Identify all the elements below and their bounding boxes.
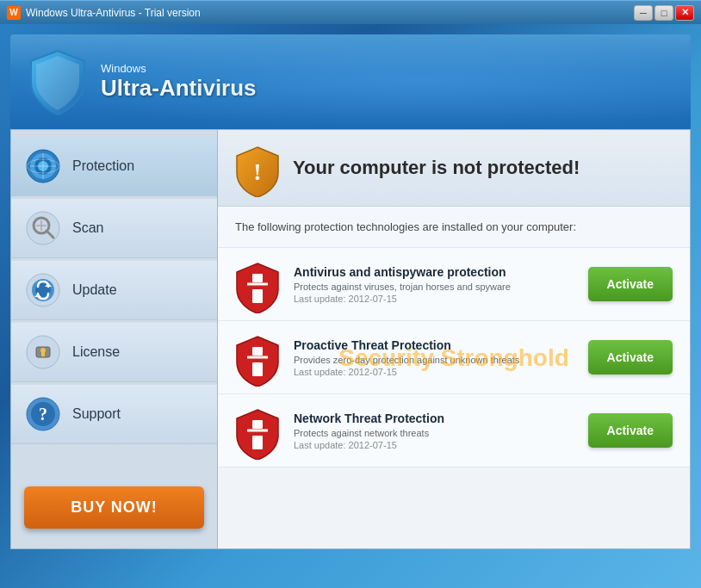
support-icon: ? [24,395,62,433]
svg-text:!: ! [253,158,261,185]
activate-proactive-button[interactable]: Activate [588,340,673,374]
proactive-info: Proactive Threat Protection Provides zer… [294,338,588,377]
title-bar: W Windows Ultra-Antivirus - Trial versio… [0,0,701,24]
activate-antivirus-button[interactable]: Activate [588,267,673,301]
nav-item-update[interactable]: Update [11,261,217,320]
proactive-desc: Provides zero-day protection against unk… [294,355,588,365]
alert-shield-icon: ! [235,145,280,190]
svg-text:?: ? [39,405,47,424]
svg-rect-28 [252,347,263,356]
update-icon [24,271,62,309]
security-item-proactive: Proactive Threat Protection Provides zer… [218,321,690,394]
proactive-shield-icon [235,335,280,380]
maximize-button[interactable]: □ [654,5,673,21]
title-bar-buttons: ─ □ ✕ [634,5,694,21]
security-items-container: Security Stronghold Antivirus and antisp… [218,248,690,467]
protection-icon [24,147,62,185]
scan-label: Scan [72,220,103,236]
svg-rect-33 [252,436,263,449]
header-area: Windows Ultra-Antivirus [10,34,691,129]
security-item-network: Network Threat Protection Protects again… [218,394,690,467]
network-shield-icon [235,408,280,453]
license-label: License [72,344,120,360]
main-window: Windows Ultra-Antivirus [0,24,701,588]
antivirus-desc: Protects against viruses, trojan horses … [294,282,588,292]
alert-title: Your computer is not protected! [293,157,580,179]
nav-item-license[interactable]: License [11,323,217,382]
logo-antivirus: Ultra-Antivirus [101,75,257,102]
nav-item-scan[interactable]: Scan [11,199,217,258]
buy-btn-area: BUY NOW! [11,473,217,542]
sidebar: Protection Scan [11,130,218,548]
buy-now-button[interactable]: BUY NOW! [24,486,204,529]
svg-rect-31 [252,420,263,429]
support-label: Support [72,406,121,422]
nav-item-protection[interactable]: Protection [11,137,217,196]
antivirus-info: Antivirus and antispyware protection Pro… [294,265,588,304]
logo-windows: Windows [101,62,257,75]
svg-rect-27 [252,289,263,303]
protection-label: Protection [72,158,134,174]
antivirus-name: Antivirus and antispyware protection [294,265,588,279]
antivirus-update: Last update: 2012-07-15 [294,294,588,304]
security-item-antivirus: Antivirus and antispyware protection Pro… [218,248,690,321]
network-name: Network Threat Protection [294,412,588,425]
svg-rect-30 [252,362,263,376]
network-desc: Protects against network threats [294,428,588,438]
title-bar-text: Windows Ultra-Antivirus - Trial version [26,7,634,19]
app-icon: W [7,6,21,20]
network-info: Network Threat Protection Protects again… [294,412,588,450]
network-update: Last update: 2012-07-15 [294,440,588,450]
license-icon [24,333,62,371]
update-label: Update [72,282,117,298]
logo-text: Windows Ultra-Antivirus [101,62,257,102]
minimize-button[interactable]: ─ [634,5,653,21]
proactive-update: Last update: 2012-07-15 [294,367,588,377]
content-area: Protection Scan [10,129,691,549]
svg-rect-25 [252,274,263,282]
proactive-name: Proactive Threat Protection [294,338,588,352]
close-button[interactable]: ✕ [675,5,694,21]
activate-network-button[interactable]: Activate [588,413,673,448]
svg-rect-20 [41,352,45,356]
antivirus-shield-icon [235,262,280,306]
logo-shield [28,47,88,116]
protection-description: The following protection technologies ar… [218,207,690,248]
nav-item-support[interactable]: ? Support [11,385,217,444]
scan-icon [24,209,62,247]
main-content: ! Your computer is not protected! The fo… [218,130,690,548]
alert-header: ! Your computer is not protected! [218,130,690,207]
